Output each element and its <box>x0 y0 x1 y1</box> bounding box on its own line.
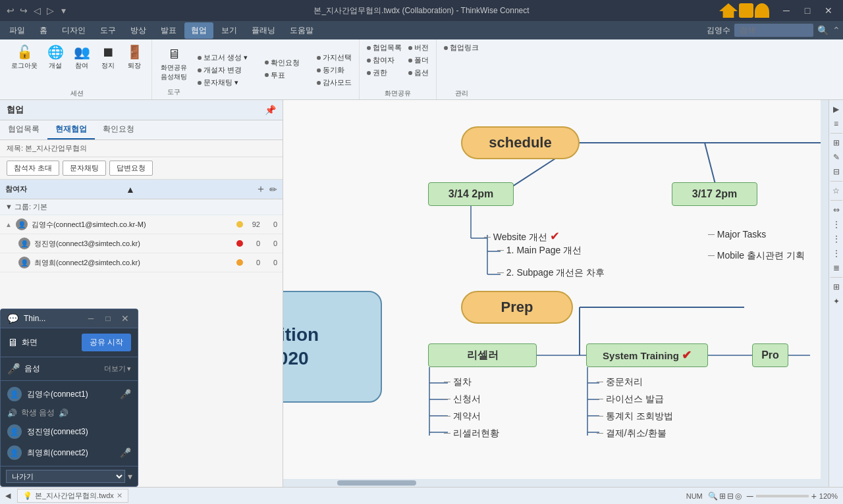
rt-btn-2[interactable]: ≡ <box>830 117 843 130</box>
rt-btn-7[interactable]: ⇔ <box>830 203 843 216</box>
collab-link-btn[interactable]: 협업링크 <box>442 42 481 53</box>
leave-select[interactable]: 나가기 <box>6 470 125 483</box>
add-participant-btn[interactable]: ＋ <box>256 182 266 196</box>
status-icon-1[interactable]: 🔍 <box>708 491 718 501</box>
rt-btn-5[interactable]: ⊟ <box>830 165 843 178</box>
sort-icon[interactable]: ▲ <box>126 184 135 195</box>
sync-btn[interactable]: 동기화 <box>315 64 354 76</box>
change-host-btn[interactable]: 개설자 변경 <box>196 64 250 76</box>
confirm-btn[interactable]: 확인요청 <box>263 57 302 68</box>
menu-tools[interactable]: 도구 <box>94 22 122 39</box>
menu-collab[interactable]: 협업 <box>184 22 213 39</box>
tab-close-btn[interactable]: ✕ <box>117 491 122 500</box>
right-scrollbar[interactable] <box>821 100 829 479</box>
student-vol-btn[interactable]: 🔊 <box>59 409 68 418</box>
rt-btn-11[interactable]: ≣ <box>830 261 843 274</box>
chat-maximize-btn[interactable]: □ <box>102 314 114 323</box>
menu-file[interactable]: 파일 <box>3 22 32 39</box>
chat-minimize-btn[interactable]: ─ <box>85 314 97 323</box>
audit-btn[interactable]: 감사모드 <box>315 77 354 88</box>
tab-confirm-request[interactable]: 확인요청 <box>95 120 142 139</box>
more-btn[interactable]: 더보기 ▾ <box>104 364 131 374</box>
ribbon-open-btn[interactable]: 🌐 개설 <box>43 42 67 72</box>
system-training-node[interactable]: System Training ✔ <box>586 343 708 367</box>
reseller-node[interactable]: 리셀러 <box>428 343 537 367</box>
rt-btn-6[interactable]: ☆ <box>830 184 843 197</box>
rt-btn-13[interactable]: ✦ <box>830 295 843 308</box>
rt-btn-12[interactable]: ⊞ <box>830 280 843 293</box>
chat-p-mic-icon-3[interactable]: 🎤 <box>120 447 131 458</box>
zoom-slider[interactable] <box>756 495 809 497</box>
minimize-button[interactable]: ─ <box>777 4 796 17</box>
pro-node[interactable]: Pro <box>752 343 788 367</box>
bottom-scrollbar[interactable] <box>283 479 829 487</box>
menu-help[interactable]: 도움말 <box>283 22 320 39</box>
menu-broadcast[interactable]: 방상 <box>124 22 153 39</box>
rt-btn-9[interactable]: ⋮ <box>830 232 843 245</box>
search-icon[interactable]: 🔍 <box>817 25 829 36</box>
menu-design[interactable]: 디자인 <box>55 22 92 39</box>
authority-btn[interactable]: 권한 <box>365 67 404 78</box>
ribbon-stop-btn[interactable]: ⏹ 정지 <box>96 43 120 72</box>
close-button[interactable]: ✕ <box>819 4 838 17</box>
screenshare-section-label: 화면공유 <box>385 89 411 98</box>
stop-label: 정지 <box>101 61 115 70</box>
menu-present[interactable]: 발표 <box>154 22 183 39</box>
ribbon-join-btn[interactable]: 👥 참여 <box>70 42 94 72</box>
ribbon-logout-btn[interactable]: 🔓 로그아웃 <box>8 42 41 72</box>
icon-forward[interactable]: ▷ <box>45 5 55 16</box>
tab-current-collab[interactable]: 현재협업 <box>47 120 95 139</box>
icon-back[interactable]: ◁ <box>32 5 42 16</box>
icon-more[interactable]: ▾ <box>58 5 68 16</box>
date1-node[interactable]: 3/14 2pm <box>428 182 514 206</box>
chat-close-btn[interactable]: ✕ <box>119 313 131 324</box>
vote-btn[interactable]: 투표 <box>263 70 302 81</box>
menu-view[interactable]: 보기 <box>215 22 244 39</box>
date2-node[interactable]: 3/17 2pm <box>672 182 757 206</box>
rt-divider-4 <box>830 277 842 278</box>
expand-icon[interactable]: ⌃ <box>832 25 840 36</box>
share-start-btn[interactable]: 공유 시작 <box>82 334 131 351</box>
ribbon-exit-btn[interactable]: 🚪 퇴장 <box>122 42 146 72</box>
chat-p-mic-icon-1[interactable]: 🎤 <box>120 389 131 399</box>
search-input[interactable] <box>734 24 813 37</box>
schedule-node[interactable]: schedule <box>461 126 580 159</box>
rt-btn-3[interactable]: ⊞ <box>830 136 843 149</box>
rt-btn-8[interactable]: ⋮ <box>830 218 843 231</box>
version-btn[interactable]: 버전 <box>406 42 431 53</box>
invite-btn[interactable]: 참석자 초대 <box>7 161 59 176</box>
branch-select-btn[interactable]: 가지선택 <box>315 52 354 63</box>
ribbon-screenshare-btn[interactable]: 🖥 화면공유 음성채팅 <box>157 45 190 84</box>
participants-btn[interactable]: 참여자 <box>365 55 404 66</box>
scroll-thumb[interactable] <box>337 480 416 486</box>
nav-icon-left[interactable]: ◀ <box>5 491 11 500</box>
report-gen-btn[interactable]: 보고서 생성 ▾ <box>196 52 250 63</box>
status-icon-2[interactable]: ⊞ <box>719 491 726 501</box>
leave-dropdown-icon[interactable]: ▾ <box>128 471 132 482</box>
rt-btn-10[interactable]: ⋮ <box>830 247 843 260</box>
chat-btn[interactable]: 문자채팅 ▾ <box>196 77 250 88</box>
tools-section-label: 도구 <box>167 88 180 97</box>
icon-redo[interactable]: ↪ <box>18 5 29 16</box>
message-btn[interactable]: 문자채팅 <box>63 161 106 176</box>
menu-planning[interactable]: 플래닝 <box>245 22 282 39</box>
maximize-button[interactable]: □ <box>798 4 817 17</box>
icon-undo[interactable]: ↩ <box>5 5 16 16</box>
options-btn[interactable]: 옵션 <box>406 67 431 78</box>
menu-home[interactable]: 홈 <box>33 22 54 39</box>
reply-request-btn[interactable]: 답변요청 <box>109 161 153 176</box>
pin-icon[interactable]: 📌 <box>265 105 276 115</box>
zoom-plus-btn[interactable]: + <box>811 491 817 501</box>
rt-btn-1[interactable]: ▶ <box>830 103 843 116</box>
status-tab[interactable]: 💡 본_지사간업무협의.twdx ✕ <box>17 489 128 503</box>
status-icon-4[interactable]: ◎ <box>735 491 742 501</box>
rt-btn-4[interactable]: ✎ <box>830 151 843 164</box>
status-icon-3[interactable]: ⊟ <box>727 491 734 501</box>
tab-collab-list[interactable]: 협업목록 <box>0 120 47 139</box>
zoom-minus-btn[interactable]: ─ <box>747 491 753 501</box>
prep-node[interactable]: Prep <box>461 291 573 324</box>
edit-participant-btn[interactable]: ✏ <box>269 184 277 195</box>
folder-btn[interactable]: 폴더 <box>406 55 431 66</box>
collab-list-btn[interactable]: 협업목록 <box>365 42 404 53</box>
session-section-label: 세션 <box>70 89 84 98</box>
